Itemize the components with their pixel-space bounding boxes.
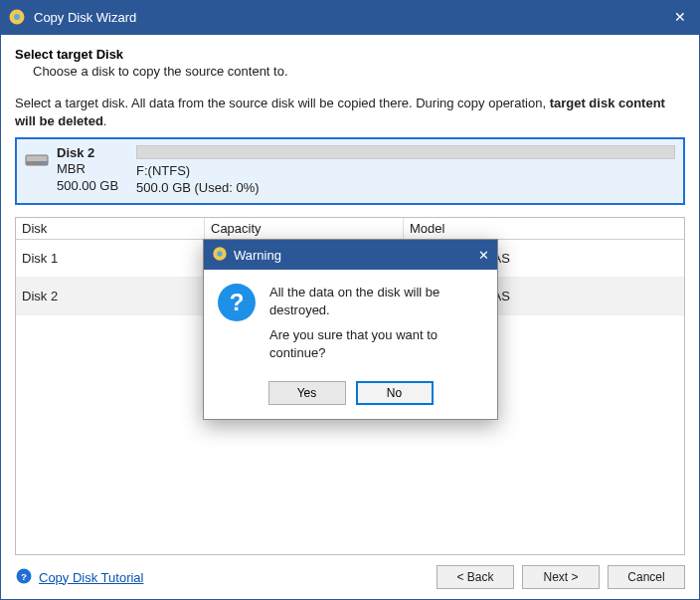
titlebar: Copy Disk Wizard ✕ [0,0,700,34]
disk-scheme: MBR [57,161,118,177]
close-icon[interactable]: ✕ [670,9,690,25]
col-model[interactable]: Model [404,218,684,239]
disk-size: 500.00 GB [57,178,118,194]
back-button[interactable]: < Back [437,565,514,589]
dialog-message-2: Are you sure that you want to continue? [269,326,483,361]
help-section: ? Copy Disk Tutorial [15,567,143,588]
partition-label: F:(NTFS) [136,163,675,180]
window-title: Copy Disk Wizard [34,10,670,25]
warning-icon [212,246,228,265]
dialog-titlebar: Warning ✕ [204,240,497,270]
cancel-button[interactable]: Cancel [608,565,685,589]
app-icon [8,8,26,26]
page-subtitle: Choose a disk to copy the source content… [33,64,685,79]
page-title: Select target Disk [15,47,685,62]
dialog-message-1: All the data on the disk will be destroy… [269,284,483,318]
instruction-prefix: Select a target disk. All data from the … [15,96,550,110]
instruction-suffix: . [103,113,107,128]
svg-text:?: ? [21,570,27,581]
yes-button[interactable]: Yes [268,381,346,405]
warning-dialog: Warning ✕ ? All the data on the disk wil… [203,239,498,420]
instruction-text: Select a target disk. All data from the … [15,95,685,129]
partition-usage-bar [136,145,675,159]
wizard-footer: ? Copy Disk Tutorial < Back Next > Cance… [15,565,685,589]
table-header: Disk Capacity Model [16,218,684,240]
svg-point-8 [217,251,222,256]
cell-disk: Disk 2 [16,285,205,307]
partition-usage: 500.0 GB (Used: 0%) [136,180,675,197]
page-header: Select target Disk Choose a disk to copy… [15,47,685,79]
col-capacity[interactable]: Capacity [205,218,404,239]
tutorial-link[interactable]: Copy Disk Tutorial [39,570,143,585]
no-button[interactable]: No [356,381,434,405]
hdd-icon [25,151,49,169]
dialog-close-icon[interactable]: ✕ [478,248,489,263]
svg-point-4 [44,162,46,164]
next-button[interactable]: Next > [522,565,600,589]
help-icon: ? [15,567,33,588]
disk-name: Disk 2 [57,145,118,161]
col-disk[interactable]: Disk [16,218,205,239]
svg-point-1 [14,14,20,20]
question-icon: ? [218,284,256,321]
cell-disk: Disk 1 [16,247,205,270]
dialog-title: Warning [234,248,478,263]
selected-disk-panel[interactable]: Disk 2 MBR 500.00 GB F:(NTFS) 500.0 GB (… [15,137,685,205]
